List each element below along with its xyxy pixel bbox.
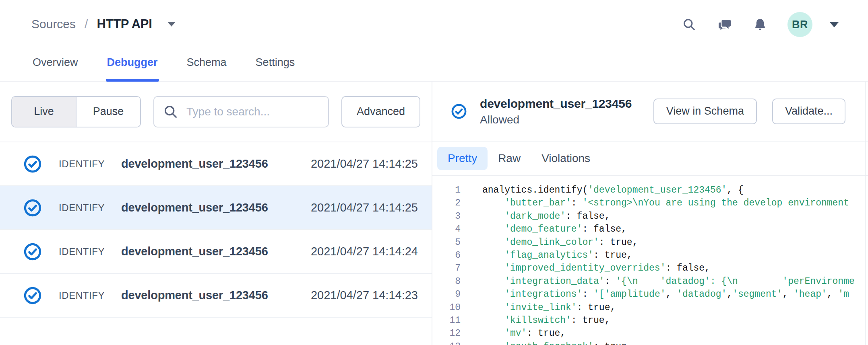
line-number: 12	[432, 327, 461, 340]
source-switcher-caret-down-icon[interactable]	[167, 22, 176, 27]
event-detail-panel: development_user_123456 Allowed View in …	[432, 82, 868, 345]
event-check-circle-icon	[23, 199, 42, 217]
code-line: 12 'mv': true,	[432, 327, 868, 340]
code-line-text: 'killswitch': true,	[482, 314, 868, 327]
code-line: 8 'integration_data': '{\n 'datadog': {\…	[432, 275, 868, 288]
event-timestamp: 2021/04/27 14:14:23	[311, 289, 418, 302]
source-debugger-page: Sources / HTTP API	[0, 0, 868, 345]
detail-titles: development_user_123456 Allowed	[480, 95, 653, 127]
line-number: 2	[432, 197, 461, 209]
code-line: 1 analytics.identify('development_user_1…	[432, 184, 868, 197]
tab-label: Settings	[256, 56, 295, 68]
line-number: 9	[432, 288, 461, 301]
line-number: 7	[432, 262, 461, 275]
line-number: 10	[432, 301, 461, 314]
validate-button[interactable]: Validate...	[772, 99, 845, 124]
header-actions: BR	[681, 11, 839, 38]
detail-tab-label: Raw	[498, 152, 521, 164]
code-line: 13 'oauth_facebook': true,	[432, 340, 868, 345]
detail-tab-label: Pretty	[448, 152, 477, 164]
view-in-schema-button[interactable]: View in Schema	[653, 99, 757, 124]
line-number: 13	[432, 340, 461, 345]
live-pause-toggle: Live Pause	[11, 96, 141, 127]
tab-label: Overview	[33, 56, 78, 68]
chat-icon[interactable]	[717, 16, 733, 33]
event-row[interactable]: IDENTIFY development_user_123456 2021/04…	[0, 186, 432, 230]
user-menu-caret-down-icon[interactable]	[829, 22, 839, 27]
detail-tab-label: Violations	[541, 152, 590, 164]
tab-settings[interactable]: Settings	[254, 56, 296, 81]
code-line-text: 'demo_link_color': true,	[482, 236, 868, 249]
detail-header: development_user_123456 Allowed View in …	[432, 82, 868, 142]
code-viewer[interactable]: 1 analytics.identify('development_user_1…	[432, 176, 868, 345]
event-timestamp: 2021/04/27 14:14:25	[311, 157, 418, 170]
code-line: 5 'demo_link_color': true,	[432, 236, 868, 249]
code-line-text: 'integration_data': '{\n 'datadog': {\n …	[482, 275, 868, 288]
detail-event-title: development_user_123456	[480, 95, 653, 112]
event-name: development_user_123456	[121, 289, 311, 302]
line-number: 6	[432, 249, 461, 262]
breadcrumb-current-source: HTTP API	[97, 17, 152, 31]
event-check-circle-icon	[23, 155, 42, 173]
main-content: Live Pause Type to search... Advanced ID…	[0, 82, 868, 345]
tab-label: Debugger	[107, 56, 158, 68]
code-line: 6 'flag_analytics': true,	[432, 249, 868, 262]
code-line: 10 'invite_link': true,	[432, 301, 868, 314]
avatar[interactable]: BR	[787, 12, 812, 37]
code-line-text: 'butter_bar': '<strong>\nYou are using t…	[482, 197, 868, 209]
search-placeholder: Type to search...	[186, 105, 270, 118]
event-type: IDENTIFY	[59, 246, 121, 257]
event-type: IDENTIFY	[59, 290, 121, 301]
code-line-text: 'improved_identity_overrides': false,	[482, 262, 868, 275]
event-type: IDENTIFY	[59, 202, 121, 214]
line-number: 11	[432, 314, 461, 327]
tab-overview[interactable]: Overview	[31, 56, 79, 81]
code-line: 11 'killswitch': true,	[432, 314, 868, 327]
event-timestamp: 2021/04/27 14:14:25	[311, 201, 418, 214]
advanced-button[interactable]: Advanced	[341, 96, 420, 127]
code-line: 7 'improved_identity_overrides': false,	[432, 262, 868, 275]
tab-label: Schema	[187, 56, 227, 68]
event-row[interactable]: IDENTIFY development_user_123456 2021/04…	[0, 142, 432, 186]
tab-schema[interactable]: Schema	[186, 56, 228, 81]
event-row[interactable]: IDENTIFY development_user_123456 2021/04…	[0, 274, 432, 318]
detail-buttons: View in Schema Validate...	[653, 99, 845, 124]
code-line: 2 'butter_bar': '<strong>\nYou are using…	[432, 197, 868, 209]
event-name: development_user_123456	[121, 157, 311, 170]
pause-button[interactable]: Pause	[76, 97, 140, 127]
detail-tab-pretty[interactable]: Pretty	[437, 147, 488, 170]
code-line-text: 'integrations': '['amplitude', 'datadog'…	[482, 288, 868, 301]
breadcrumb-sources-link[interactable]: Sources	[31, 17, 76, 31]
code-line: 3 'dark_mode': false,	[432, 210, 868, 223]
event-check-circle-icon	[23, 286, 42, 305]
allowed-check-circle-icon	[451, 103, 467, 119]
detail-tabs: Pretty Raw Violations	[432, 142, 868, 176]
code-line-text: 'invite_link': true,	[482, 301, 868, 314]
tab-debugger[interactable]: Debugger	[106, 56, 159, 81]
breadcrumb: Sources / HTTP API	[31, 17, 176, 31]
live-button[interactable]: Live	[12, 97, 76, 127]
code-line: 4 'demo_feature': false,	[432, 223, 868, 236]
scroll-track-divider	[865, 82, 866, 345]
line-number: 4	[432, 223, 461, 236]
code-line-text: analytics.identify('development_user_123…	[482, 184, 868, 197]
event-name: development_user_123456	[121, 245, 311, 258]
search-icon[interactable]	[681, 16, 697, 33]
event-name: development_user_123456	[121, 201, 311, 214]
app-header: Sources / HTTP API	[0, 0, 868, 82]
code-line-text: 'mv': true,	[482, 327, 868, 340]
line-number: 3	[432, 210, 461, 223]
event-timestamp: 2021/04/27 14:14:24	[311, 245, 418, 258]
search-input-magnifier-icon	[163, 104, 178, 119]
stream-controls: Live Pause Type to search... Advanced	[0, 82, 432, 142]
search-input[interactable]: Type to search...	[153, 96, 329, 127]
event-stream-panel: Live Pause Type to search... Advanced ID…	[0, 82, 432, 345]
event-check-circle-icon	[23, 242, 42, 261]
bell-icon[interactable]	[752, 16, 768, 33]
line-number: 1	[432, 184, 461, 197]
detail-tab-violations[interactable]: Violations	[531, 147, 601, 170]
line-number: 8	[432, 275, 461, 288]
event-row[interactable]: IDENTIFY development_user_123456 2021/04…	[0, 230, 432, 274]
detail-tab-raw[interactable]: Raw	[488, 147, 531, 170]
code-line: 9 'integrations': '['amplitude', 'datado…	[432, 288, 868, 301]
